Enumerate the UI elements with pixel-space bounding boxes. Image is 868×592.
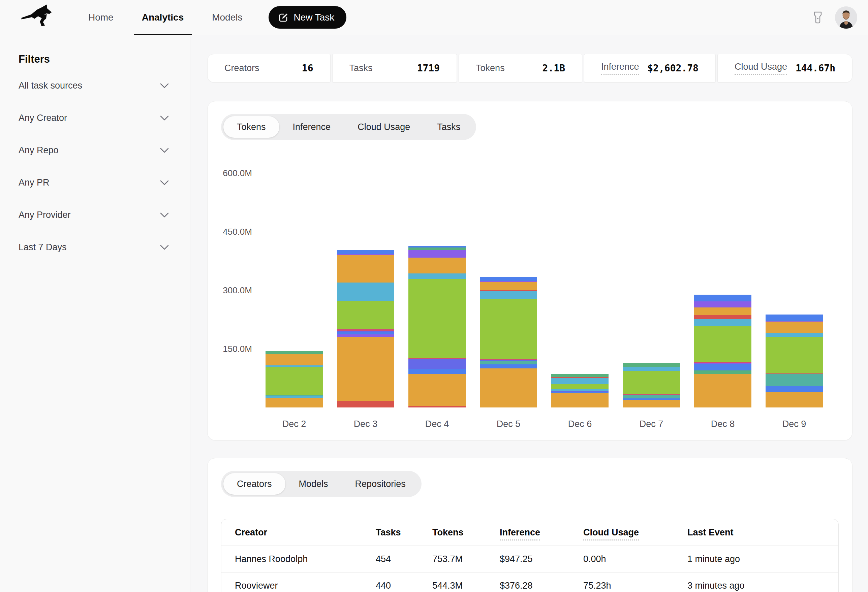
main-content: Creators16Tasks1719Tokens2.1BInference$2… — [190, 35, 868, 592]
cell-tasks: 454 — [372, 546, 429, 573]
stat-label[interactable]: Inference — [601, 62, 639, 75]
bar-segment-seagreen — [266, 351, 323, 353]
column-header-tasks: Tasks — [372, 519, 429, 546]
bar-dec-9[interactable] — [766, 315, 823, 408]
cell-tasks: 440 — [372, 573, 429, 592]
stat-value: $2,602.78 — [647, 63, 698, 74]
bar-dec-8[interactable] — [694, 295, 751, 408]
sidebar: Filters All task sourcesAny CreatorAny R… — [0, 35, 190, 592]
bar-segment-blue — [694, 364, 751, 370]
avatar-photo — [835, 6, 857, 29]
tab-repositories[interactable]: Repositories — [342, 473, 419, 495]
nav-link-models[interactable]: Models — [198, 0, 257, 35]
cell-inference: $376.28 — [496, 573, 580, 592]
column-header-label: Inference — [500, 527, 540, 540]
flashlight-button[interactable] — [813, 11, 822, 24]
table-row-rooviewer[interactable]: Rooviewer440544.3M$376.2875.23h3 minutes… — [221, 573, 838, 592]
cell-tokens: 544.3M — [429, 573, 496, 592]
bar-segment-red — [408, 406, 466, 408]
bar-segment-blue — [766, 315, 823, 321]
column-header-creator: Creator — [221, 519, 372, 546]
tab-tasks[interactable]: Tasks — [424, 116, 474, 138]
stats-row: Creators16Tasks1719Tokens2.1BInference$2… — [207, 54, 852, 82]
bar-segment-green — [766, 337, 823, 373]
chevron-down-icon — [160, 83, 169, 88]
bar-segment-orange — [337, 337, 394, 401]
filter-label: Any Creator — [19, 113, 67, 123]
nav-link-analytics[interactable]: Analytics — [128, 0, 198, 35]
stat-value: 1719 — [417, 63, 440, 74]
bar-segment-seagreen — [408, 247, 466, 250]
filter-list: All task sourcesAny CreatorAny RepoAny P… — [19, 74, 169, 258]
tab-cloud-usage[interactable]: Cloud Usage — [344, 116, 424, 138]
bar-segment-orange — [408, 258, 466, 273]
tab-creators[interactable]: Creators — [223, 473, 285, 495]
bar-dec-3[interactable] — [337, 250, 394, 408]
bar-segment-orange — [694, 374, 751, 408]
column-header-cloud-usage[interactable]: Cloud Usage — [580, 519, 684, 546]
bar-segment-teal — [766, 374, 823, 386]
stat-value: 16 — [302, 63, 313, 74]
column-header-label: Tasks — [376, 527, 401, 538]
filter-label: Any Provider — [19, 210, 71, 220]
x-axis-label: Dec 6 — [551, 419, 608, 429]
filter-dropdown-any-creator[interactable]: Any Creator — [19, 107, 169, 129]
bar-segment-sky — [408, 274, 466, 279]
bar-dec-7[interactable] — [623, 363, 680, 408]
bar-segment-green — [266, 367, 323, 395]
bar-segment-indigo — [408, 359, 466, 369]
bar-segment-sky — [694, 319, 751, 326]
tab-models[interactable]: Models — [285, 473, 342, 495]
cell-cloud-usage: 75.23h — [580, 573, 684, 592]
edit-icon — [278, 12, 289, 23]
bar-segment-blue — [480, 364, 537, 368]
stat-card-tokens: Tokens2.1B — [459, 54, 582, 82]
creators-table-wrap: CreatorTasksTokensInferenceCloud UsageLa… — [221, 519, 839, 592]
filter-dropdown-all-task-sources[interactable]: All task sources — [19, 74, 169, 97]
bar-segment-orange — [766, 392, 823, 408]
bar-segment-green — [337, 301, 394, 329]
bar-segment-seagreen — [623, 363, 680, 367]
x-axis-label: Dec 8 — [694, 419, 751, 429]
filter-dropdown-any-provider[interactable]: Any Provider — [19, 204, 169, 226]
kangaroo-logo-icon — [19, 4, 57, 31]
column-header-inference[interactable]: Inference — [496, 519, 580, 546]
bar-dec-6[interactable] — [551, 374, 608, 408]
filter-dropdown-any-repo[interactable]: Any Repo — [19, 139, 169, 161]
bar-dec-2[interactable] — [266, 351, 323, 408]
y-axis-tick: 300.0M — [208, 284, 252, 296]
tab-tokens[interactable]: Tokens — [223, 116, 279, 138]
filter-dropdown-last-7-days[interactable]: Last 7 Days — [19, 236, 169, 258]
bar-segment-seagreen — [694, 370, 751, 374]
filter-dropdown-any-pr[interactable]: Any PR — [19, 171, 169, 194]
new-task-label: New Task — [294, 12, 334, 23]
new-task-button[interactable]: New Task — [269, 6, 346, 29]
bar-segment-sky — [766, 333, 823, 337]
column-header-tokens: Tokens — [429, 519, 496, 546]
cell-creator: Rooviewer — [221, 573, 372, 592]
kangaroo-logo[interactable] — [19, 4, 57, 31]
stat-label[interactable]: Cloud Usage — [735, 62, 787, 75]
table-row-hannes-roodolph[interactable]: Hannes Roodolph454753.7M$947.250.00h1 mi… — [221, 546, 838, 573]
bar-segment-purple — [694, 301, 751, 307]
column-header-label: Cloud Usage — [583, 527, 639, 540]
bar-segment-red — [337, 401, 394, 408]
bar-segment-sky — [551, 378, 608, 384]
table-tabs: CreatorsModelsRepositories — [221, 471, 422, 497]
filter-label: Any Repo — [19, 145, 59, 156]
cell-last-event: 3 minutes ago — [684, 573, 838, 592]
nav-link-home[interactable]: Home — [74, 0, 128, 35]
chevron-down-icon — [160, 212, 169, 218]
table-card: CreatorsModelsRepositories CreatorTasksT… — [207, 458, 852, 592]
avatar[interactable] — [835, 6, 857, 29]
bar-dec-5[interactable] — [480, 277, 537, 408]
bar-segment-red — [694, 315, 751, 319]
bar-segment-green — [551, 384, 608, 389]
bar-segment-blue — [694, 295, 751, 301]
bar-segment-orange — [766, 322, 823, 332]
bar-segment-orange — [623, 400, 680, 408]
bar-dec-4[interactable] — [408, 246, 466, 408]
bar-segment-green — [623, 371, 680, 395]
cell-cloud-usage: 0.00h — [580, 546, 684, 573]
tab-inference[interactable]: Inference — [279, 116, 344, 138]
